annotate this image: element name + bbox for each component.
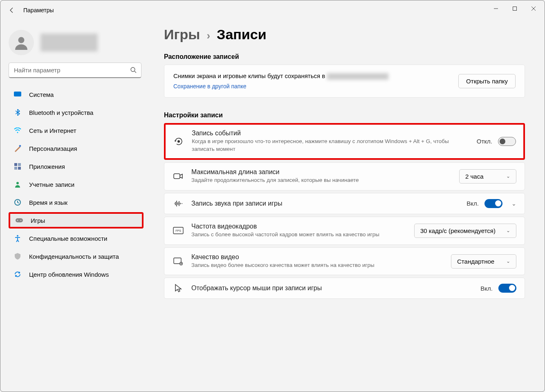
row-subtitle: Когда в игре произошло что-то интересное… xyxy=(192,138,469,153)
section-recording-heading: Настройки записи xyxy=(164,112,525,119)
video-quality-icon xyxy=(173,257,184,265)
svg-rect-7 xyxy=(19,145,21,147)
row-fps[interactable]: FPS Частота видеокадров Запись с более в… xyxy=(164,217,525,245)
recordings-path-redacted xyxy=(327,73,388,80)
nav-list: Система Bluetooth и устройства Сеть и Ин… xyxy=(9,86,144,282)
nav-accounts[interactable]: Учетные записи xyxy=(9,176,144,193)
row-audio-recording[interactable]: Запись звука при записи игры Вкл. ⌄ xyxy=(164,193,525,214)
dropdown-value: Стандартное xyxy=(457,258,494,265)
back-button[interactable] xyxy=(4,2,20,18)
svg-rect-1 xyxy=(513,7,517,11)
wifi-icon xyxy=(13,126,22,134)
toggle-cursor[interactable] xyxy=(498,284,516,293)
row-title: Запись звука при записи игры xyxy=(191,200,459,207)
account-icon xyxy=(13,180,22,188)
chevron-down-icon[interactable]: ⌄ xyxy=(511,200,516,207)
cursor-icon xyxy=(173,284,184,293)
nav-label: Специальные возможности xyxy=(29,235,108,242)
chevron-right-icon: › xyxy=(206,29,210,42)
video-icon xyxy=(173,172,184,180)
svg-point-15 xyxy=(17,220,18,221)
audio-wave-icon xyxy=(173,200,184,207)
row-capture-events[interactable]: Запись событий Когда в игре произошло чт… xyxy=(164,123,525,160)
dropdown-value: 30 кадр/с (рекомендуется) xyxy=(420,227,496,234)
svg-point-18 xyxy=(177,140,180,143)
system-icon xyxy=(13,90,22,99)
close-button[interactable] xyxy=(524,0,543,17)
row-title: Качество видео xyxy=(191,253,444,261)
save-other-folder-link[interactable]: Сохранение в другой папке xyxy=(173,83,247,90)
breadcrumb-current: Записи xyxy=(217,27,266,43)
nav-accessibility[interactable]: Специальные возможности xyxy=(9,230,144,246)
chevron-down-icon: ⌄ xyxy=(506,173,510,179)
nav-network[interactable]: Сеть и Интернет xyxy=(9,122,144,139)
chevron-down-icon: ⌄ xyxy=(506,258,510,264)
svg-point-6 xyxy=(17,132,18,133)
svg-point-17 xyxy=(17,235,18,237)
nav-label: Bluetooth и устройства xyxy=(29,109,93,116)
nav-label: Игры xyxy=(31,217,45,224)
svg-point-12 xyxy=(16,182,19,184)
profile-block[interactable] xyxy=(9,28,148,57)
nav-apps[interactable]: Приложения xyxy=(9,158,144,175)
brush-icon xyxy=(13,144,22,152)
svg-point-16 xyxy=(20,220,21,221)
nav-personalization[interactable]: Персонализация xyxy=(9,140,144,157)
nav-label: Персонализация xyxy=(29,145,77,152)
svg-rect-10 xyxy=(14,167,17,170)
avatar xyxy=(9,30,34,55)
nav-gaming[interactable]: Игры xyxy=(9,212,144,228)
breadcrumb-parent[interactable]: Игры xyxy=(164,27,200,43)
history-icon xyxy=(173,137,184,146)
row-title: Максимальная длина записи xyxy=(191,168,452,176)
nav-label: Конфиденциальность и защита xyxy=(29,253,119,260)
svg-rect-9 xyxy=(18,163,21,166)
dropdown-value: 2 часа xyxy=(465,173,484,180)
row-title: Отображать курсор мыши при записи игры xyxy=(191,284,473,292)
svg-rect-8 xyxy=(14,163,17,166)
fps-icon: FPS xyxy=(173,227,184,234)
toggle-label: Вкл. xyxy=(480,285,493,292)
dropdown-fps[interactable]: 30 кадр/с (рекомендуется) ⌄ xyxy=(414,224,516,238)
section-location-heading: Расположение записей xyxy=(164,53,525,60)
gaming-icon xyxy=(15,216,23,224)
row-video-quality[interactable]: Качество видео Запись видео более высоко… xyxy=(164,247,525,276)
nav-label: Время и язык xyxy=(29,199,67,206)
row-title: Запись событий xyxy=(192,130,469,137)
nav-label: Сеть и Интернет xyxy=(29,127,76,134)
breadcrumb: Игры › Записи xyxy=(164,27,525,43)
row-title: Частота видеокадров xyxy=(191,223,407,230)
profile-name-redacted xyxy=(40,34,98,52)
row-subtitle: Запись с более высокой частотой кадров м… xyxy=(191,231,407,239)
row-max-length[interactable]: Максимальная длина записи Задайте продол… xyxy=(164,162,525,190)
recordings-location-text: Снимки экрана и игровые клипы будут сохр… xyxy=(173,72,458,80)
minimize-button[interactable] xyxy=(487,0,505,17)
main-content: Игры › Записи Расположение записей Снимк… xyxy=(148,20,545,392)
toggle-audio[interactable] xyxy=(484,199,502,208)
svg-point-3 xyxy=(131,67,135,72)
search-input[interactable] xyxy=(9,63,141,78)
accessibility-icon xyxy=(13,234,22,242)
nav-bluetooth[interactable]: Bluetooth и устройства xyxy=(9,104,144,121)
dropdown-quality[interactable]: Стандартное ⌄ xyxy=(451,254,516,269)
nav-system[interactable]: Система xyxy=(9,86,144,103)
svg-rect-5 xyxy=(14,92,21,96)
nav-privacy[interactable]: Конфиденциальность и защита xyxy=(9,248,144,264)
time-icon xyxy=(13,198,22,206)
row-subtitle: Запись видео более высокого качества мож… xyxy=(191,262,444,269)
search-icon xyxy=(130,67,137,75)
shield-icon xyxy=(13,252,22,260)
open-folder-button[interactable]: Открыть папку xyxy=(458,74,516,88)
toggle-label: Откл. xyxy=(477,138,492,145)
nav-update[interactable]: Центр обновления Windows xyxy=(9,266,144,282)
nav-time[interactable]: Время и язык xyxy=(9,194,144,211)
maximize-button[interactable] xyxy=(505,0,524,17)
dropdown-max-length[interactable]: 2 часа ⌄ xyxy=(459,169,516,184)
row-show-cursor[interactable]: Отображать курсор мыши при записи игры В… xyxy=(164,278,525,299)
toggle-label: Вкл. xyxy=(467,200,479,207)
bluetooth-icon xyxy=(13,108,22,116)
sidebar: Система Bluetooth и устройства Сеть и Ин… xyxy=(0,20,148,392)
toggle-capture[interactable] xyxy=(498,137,516,146)
titlebar: Параметры xyxy=(0,0,545,20)
svg-text:FPS: FPS xyxy=(175,229,181,232)
